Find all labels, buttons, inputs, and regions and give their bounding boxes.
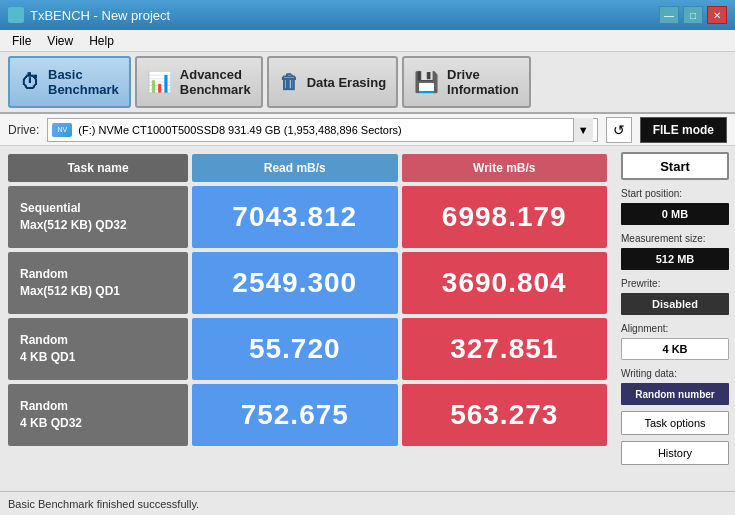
row-3-label: Random4 KB QD1 bbox=[8, 318, 188, 380]
tab-advanced-benchmark[interactable]: 📊 AdvancedBenchmark bbox=[135, 56, 263, 108]
title-bar: TxBENCH - New project — □ ✕ bbox=[0, 0, 735, 30]
column-read: Read mB/s bbox=[192, 154, 398, 182]
basic-benchmark-label: BasicBenchmark bbox=[48, 67, 119, 97]
start-position-label: Start position: bbox=[621, 188, 729, 199]
start-position-value: 0 MB bbox=[621, 203, 729, 225]
drive-label: Drive: bbox=[8, 123, 39, 137]
status-text: Basic Benchmark finished successfully. bbox=[8, 498, 199, 510]
maximize-button[interactable]: □ bbox=[683, 6, 703, 24]
drive-icon: NV bbox=[52, 123, 72, 137]
row-1-read: 7043.812 bbox=[192, 186, 398, 248]
column-write: Write mB/s bbox=[402, 154, 608, 182]
advanced-benchmark-label: AdvancedBenchmark bbox=[180, 67, 251, 97]
tab-data-erasing[interactable]: 🗑 Data Erasing bbox=[267, 56, 398, 108]
benchmark-area: Task name Read mB/s Write mB/s Sequentia… bbox=[0, 146, 615, 491]
status-bar: Basic Benchmark finished successfully. bbox=[0, 491, 735, 515]
window-controls: — □ ✕ bbox=[659, 6, 727, 24]
column-task-name: Task name bbox=[8, 154, 188, 182]
tab-drive-information[interactable]: 💾 DriveInformation bbox=[402, 56, 531, 108]
row-3-write: 327.851 bbox=[402, 318, 608, 380]
row-4-read: 752.675 bbox=[192, 384, 398, 446]
table-row: SequentialMax(512 KB) QD32 7043.812 6998… bbox=[8, 186, 607, 248]
drive-information-label: DriveInformation bbox=[447, 67, 519, 97]
data-erasing-label: Data Erasing bbox=[307, 75, 386, 90]
prewrite-value: Disabled bbox=[621, 293, 729, 315]
prewrite-label: Prewrite: bbox=[621, 278, 729, 289]
window-title: TxBENCH - New project bbox=[30, 8, 170, 23]
drive-refresh-button[interactable]: ↺ bbox=[606, 117, 632, 143]
drive-dropdown[interactable]: NV (F:) NVMe CT1000T500SSD8 931.49 GB (1… bbox=[47, 118, 597, 142]
row-3-read: 55.720 bbox=[192, 318, 398, 380]
minimize-button[interactable]: — bbox=[659, 6, 679, 24]
table-row: Random4 KB QD32 752.675 563.273 bbox=[8, 384, 607, 446]
row-1-write: 6998.179 bbox=[402, 186, 608, 248]
measurement-size-label: Measurement size: bbox=[621, 233, 729, 244]
drive-bar: Drive: NV (F:) NVMe CT1000T500SSD8 931.4… bbox=[0, 114, 735, 146]
menu-help[interactable]: Help bbox=[81, 32, 122, 50]
tab-basic-benchmark[interactable]: ⏱ BasicBenchmark bbox=[8, 56, 131, 108]
row-4-label: Random4 KB QD32 bbox=[8, 384, 188, 446]
row-2-label: RandomMax(512 KB) QD1 bbox=[8, 252, 188, 314]
close-button[interactable]: ✕ bbox=[707, 6, 727, 24]
start-button[interactable]: Start bbox=[621, 152, 729, 180]
right-panel: Start Start position: 0 MB Measurement s… bbox=[615, 146, 735, 491]
history-button[interactable]: History bbox=[621, 441, 729, 465]
row-2-read: 2549.300 bbox=[192, 252, 398, 314]
measurement-size-value: 512 MB bbox=[621, 248, 729, 270]
table-header: Task name Read mB/s Write mB/s bbox=[8, 154, 607, 182]
data-erasing-icon: 🗑 bbox=[279, 71, 299, 94]
alignment-value: 4 KB bbox=[621, 338, 729, 360]
row-2-write: 3690.804 bbox=[402, 252, 608, 314]
advanced-benchmark-icon: 📊 bbox=[147, 70, 172, 94]
file-mode-button[interactable]: FILE mode bbox=[640, 117, 727, 143]
main-area: Task name Read mB/s Write mB/s Sequentia… bbox=[0, 146, 735, 491]
drive-information-icon: 💾 bbox=[414, 70, 439, 94]
table-row: RandomMax(512 KB) QD1 2549.300 3690.804 bbox=[8, 252, 607, 314]
app-icon bbox=[8, 7, 24, 23]
table-row: Random4 KB QD1 55.720 327.851 bbox=[8, 318, 607, 380]
row-4-write: 563.273 bbox=[402, 384, 608, 446]
task-options-button[interactable]: Task options bbox=[621, 411, 729, 435]
writing-data-value: Random number bbox=[621, 383, 729, 405]
writing-data-label: Writing data: bbox=[621, 368, 729, 379]
basic-benchmark-icon: ⏱ bbox=[20, 71, 40, 94]
menu-view[interactable]: View bbox=[39, 32, 81, 50]
drive-dropdown-arrow[interactable]: ▼ bbox=[573, 118, 593, 142]
menu-bar: File View Help bbox=[0, 30, 735, 52]
drive-text: (F:) NVMe CT1000T500SSD8 931.49 GB (1,95… bbox=[78, 124, 572, 136]
toolbar: ⏱ BasicBenchmark 📊 AdvancedBenchmark 🗑 D… bbox=[0, 52, 735, 114]
row-1-label: SequentialMax(512 KB) QD32 bbox=[8, 186, 188, 248]
alignment-label: Alignment: bbox=[621, 323, 729, 334]
menu-file[interactable]: File bbox=[4, 32, 39, 50]
